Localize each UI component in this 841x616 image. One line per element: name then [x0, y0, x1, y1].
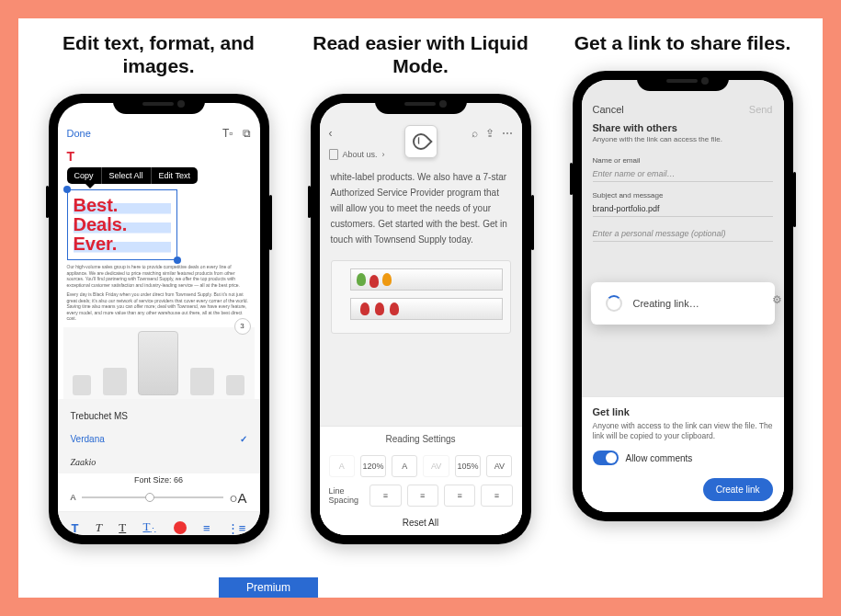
spacing-tighter[interactable]: AV [423, 455, 449, 477]
reading-settings-sheet: Reading Settings A 120% A AV 105% AV Lin… [320, 426, 522, 535]
liquid-mode-button[interactable] [404, 125, 438, 158]
get-link-sheet: Get link Anyone with access to the link … [582, 396, 784, 512]
hero-line-2: Deals. [74, 215, 171, 234]
page-indicator[interactable]: 3 [234, 318, 251, 335]
headline-liquid: Read easier with Liquid Mode. [290, 31, 551, 77]
line-spacing-row: Line Spacing ≡ ≡ ≡ ≡ [320, 481, 522, 510]
ctx-select-all[interactable]: Select All [102, 167, 152, 184]
send-button[interactable]: Send [749, 104, 773, 115]
done-button[interactable]: Done [67, 128, 91, 139]
more-icon[interactable]: ⋯ [502, 127, 513, 140]
share-icon[interactable]: ⇪ [485, 127, 494, 140]
share-subtitle: Anyone with the link can access the file… [582, 133, 784, 151]
color-swatch[interactable] [174, 521, 187, 534]
search-icon[interactable]: ⌕ [472, 127, 478, 140]
sheet-title: Reading Settings [320, 434, 522, 444]
phone-mockup-2: ‹ ⌕ ⇪ ⋯ About us. › white-label products… [311, 94, 531, 544]
get-link-title: Get link [593, 406, 773, 417]
create-link-button[interactable]: Create link [703, 478, 773, 501]
slider-min-icon: A [71, 493, 76, 502]
ctx-copy[interactable]: Copy [67, 167, 102, 184]
subject-input[interactable]: brand-portfolio.pdf [593, 200, 773, 217]
font-script[interactable]: Zaakio [58, 451, 260, 473]
name-input[interactable]: Enter name or email… [593, 165, 773, 182]
check-icon [240, 434, 247, 444]
spacing-looser[interactable]: AV [486, 455, 512, 477]
context-menu[interactable]: Copy Select All Edit Text [67, 167, 198, 184]
align-button[interactable]: ≡ [203, 521, 210, 535]
body-copy-2: Every day is Black Friday when you order… [67, 291, 251, 322]
format-toolbar: T T T T∴ ≡ ⋮≡ [58, 511, 260, 536]
slider-max-icon: ○A [229, 490, 246, 506]
headline-edit: Edit text, format, and images. [28, 31, 290, 77]
reset-all-button[interactable]: Reset All [320, 510, 522, 531]
underline-button[interactable]: T [119, 520, 126, 535]
share-title: Share with others [582, 122, 784, 133]
bold-button[interactable]: T [72, 521, 79, 535]
body-copy: Our high-volume sales group is here to p… [67, 264, 251, 288]
italic-button[interactable]: T [96, 520, 102, 535]
cancel-button[interactable]: Cancel [593, 104, 624, 115]
subject-label: Subject and message [593, 191, 664, 200]
line-spacing-4[interactable]: ≡ [481, 485, 512, 507]
liquid-mode-icon [409, 131, 432, 154]
text-pct: 120% [360, 455, 386, 477]
phone-mockup-3: Cancel Send Share with others Anyone wit… [573, 71, 793, 521]
font-verdana[interactable]: Verdana [58, 428, 260, 451]
message-input[interactable]: Enter a personal message (optional) [593, 224, 773, 242]
font-panel: Trebuchet MS Verdana Zaakio Font Size: 6… [58, 399, 260, 536]
premium-badge[interactable]: Premium [219, 577, 318, 598]
ctx-edit-text[interactable]: Edit Text [152, 167, 198, 184]
allow-comments-label: Allow comments [626, 453, 693, 463]
document-image [331, 260, 511, 334]
crop-icon[interactable]: ⧉ [243, 127, 251, 140]
text-larger[interactable]: A [392, 455, 417, 477]
text-tool-icon[interactable]: T▫ [222, 127, 233, 140]
product-image-row: 3 [63, 327, 255, 399]
text-cursor-icon: T [67, 149, 260, 164]
slider-knob[interactable] [145, 493, 154, 502]
spinner-icon [606, 295, 622, 312]
hero-line-1: Best. [74, 196, 171, 215]
gear-icon[interactable]: ⚙ [772, 293, 782, 306]
font-size-slider[interactable]: A ○A [58, 486, 260, 511]
line-spacing-2[interactable]: ≡ [407, 485, 438, 507]
headline-share: Get a link to share files. [574, 31, 791, 54]
line-spacing-1[interactable]: ≡ [369, 485, 401, 507]
phone-mockup-1: Done T▫ ⧉ T Copy Select All Edit Text Be… [49, 94, 269, 544]
text-smaller[interactable]: A [329, 455, 355, 477]
creating-link-toast: Creating link… [591, 282, 775, 325]
font-size-label: Font Size: 66 [58, 473, 260, 486]
allow-comments-toggle[interactable] [593, 451, 619, 465]
document-icon [329, 149, 338, 160]
text-color-button[interactable]: T∴ [142, 519, 156, 536]
font-trebuchet[interactable]: Trebuchet MS [58, 405, 260, 428]
list-button[interactable]: ⋮≡ [227, 521, 246, 535]
get-link-desc: Anyone with access to the link can view … [593, 421, 773, 441]
spacing-pct: 105% [455, 455, 481, 477]
back-icon[interactable]: ‹ [329, 127, 333, 140]
document-body: white-label products. We also have a 7-s… [320, 164, 522, 253]
selection-box[interactable]: Best. Deals. Ever. [67, 189, 177, 260]
text-size-row: A 120% A AV 105% AV [320, 451, 522, 481]
hero-line-3: Ever. [74, 234, 171, 254]
line-spacing-3[interactable]: ≡ [444, 485, 475, 507]
name-label: Name or email [593, 156, 641, 165]
chevron-right-icon: › [382, 150, 385, 159]
